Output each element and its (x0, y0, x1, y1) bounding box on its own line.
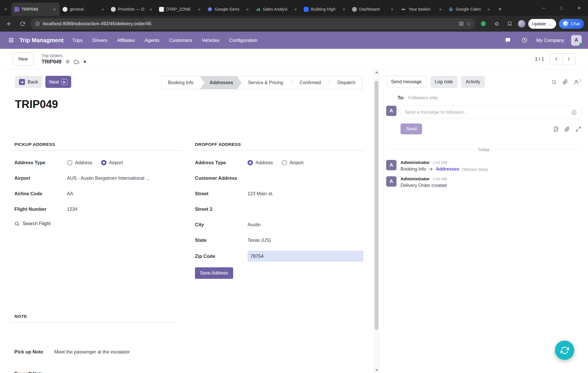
menu-item-affiliates[interactable]: Affiliates (117, 38, 135, 43)
tab-close-icon[interactable]: × (196, 6, 202, 12)
radio-option-address[interactable]: Address (247, 160, 273, 165)
window-minimize-button[interactable]: ─ (535, 0, 552, 16)
tab-close-icon[interactable]: × (245, 6, 250, 12)
browser-tab-general[interactable]: general × (60, 3, 108, 16)
menu-item-configuration[interactable]: Configuration (229, 38, 257, 43)
attach-file-icon[interactable] (564, 126, 570, 132)
browser-tab-trip049[interactable]: TRIP049 × (11, 3, 60, 16)
pager-previous-button[interactable] (550, 53, 563, 65)
composer-input-box[interactable] (401, 106, 581, 119)
radio-selected-icon[interactable] (101, 160, 107, 165)
emoji-icon[interactable] (571, 110, 577, 115)
wizard-back-button[interactable]: ◀ Back (15, 76, 42, 88)
city-field[interactable]: Austin (247, 222, 261, 227)
extension-icon-green[interactable] (478, 19, 489, 29)
radio-option-airport[interactable]: Airport (282, 160, 304, 165)
radio-option-airport[interactable]: Airport (101, 160, 123, 165)
form-scrollbar[interactable] (374, 69, 379, 373)
menu-item-customers[interactable]: Customers (169, 38, 192, 43)
browser-tab-dashboard[interactable]: Dashboard × (349, 3, 397, 16)
record-settings-gear-icon[interactable]: ⚙ (65, 59, 70, 65)
composer-input[interactable] (405, 110, 568, 115)
tab-close-icon[interactable]: × (341, 6, 347, 12)
address-bar[interactable]: localhost:8069/odoo/action-492/45/delive… (30, 18, 475, 29)
tab-search-button[interactable] (0, 3, 11, 16)
log-note-button[interactable]: Log note (430, 76, 457, 88)
split-screen-icon[interactable] (459, 21, 464, 26)
menu-item-agents[interactable]: Agents (145, 38, 159, 43)
tab-close-icon[interactable]: × (293, 6, 299, 12)
favorite-star-icon[interactable]: ☆ (467, 21, 471, 27)
send-button[interactable]: Send (401, 123, 422, 134)
copilot-chat-button[interactable]: Chat (559, 19, 584, 29)
tab-close-icon[interactable]: × (438, 6, 443, 12)
use-template-icon[interactable] (553, 126, 559, 132)
discard-icon[interactable]: × (83, 59, 86, 65)
step-dispatch[interactable]: Dispatch (331, 76, 361, 89)
flight-number-field[interactable]: 1234 (67, 206, 78, 212)
tab-close-icon[interactable]: × (389, 6, 395, 12)
back-button[interactable] (4, 19, 14, 29)
followers-button[interactable]: 1 (574, 79, 581, 85)
new-button[interactable]: New (13, 53, 34, 65)
pager-next-button[interactable] (562, 53, 575, 65)
browser-tab-tripzone[interactable]: [TRIP_ZONE × (156, 3, 204, 16)
scrollbar-thumb[interactable] (375, 81, 378, 330)
tab-close-icon[interactable]: × (148, 6, 154, 12)
apps-menu-button[interactable] (6, 35, 16, 45)
refresh-button[interactable] (17, 19, 28, 29)
expand-composer-icon[interactable] (576, 126, 581, 132)
favorites-bar-icon[interactable] (505, 19, 515, 29)
radio-unselected-icon[interactable] (67, 160, 72, 165)
step-addresses[interactable]: Addresses (200, 76, 242, 89)
save-address-button[interactable]: Save Address (195, 267, 233, 279)
radio-option-address[interactable]: Address (67, 160, 92, 165)
browser-tab-sales-analysis[interactable]: Sales Analysi × (253, 3, 301, 16)
unsaved-cloud-icon[interactable] (74, 59, 79, 65)
site-info-icon[interactable] (35, 21, 40, 26)
company-name[interactable]: My Company (536, 38, 564, 43)
radio-selected-icon[interactable] (247, 160, 253, 165)
menu-item-trips[interactable]: Trips (72, 38, 82, 43)
new-tab-button[interactable]: + (495, 4, 505, 14)
attachments-icon[interactable] (562, 79, 568, 85)
floating-sync-widget-button[interactable] (555, 341, 574, 360)
extensions-puzzle-icon[interactable] (492, 19, 502, 29)
step-booking-info[interactable]: Booking Info (162, 76, 200, 89)
state-field[interactable]: Texas (US) (247, 237, 271, 243)
browser-tab-gemini[interactable]: Google Gemi × (204, 3, 253, 16)
browser-tab-calendar[interactable]: Google Calen × (446, 3, 494, 16)
browser-tab-booking[interactable]: Cal Your bookin × (397, 3, 446, 16)
pickup-note-field[interactable]: Meet the passenger at the escalator (54, 349, 130, 355)
send-message-button[interactable]: Send message (386, 76, 427, 88)
zip-code-input[interactable] (247, 251, 363, 262)
menu-item-vehicles[interactable]: Vehicles (202, 38, 219, 43)
browser-tab-building[interactable]: Building High × (301, 3, 349, 16)
tab-close-icon[interactable]: × (100, 6, 106, 12)
step-confirmed[interactable]: Confirmed (293, 76, 327, 89)
browser-update-button[interactable]: Update … (528, 19, 556, 29)
airline-code-field[interactable]: AA (67, 191, 73, 196)
browser-profile-avatar[interactable] (518, 20, 525, 28)
scroll-down-arrow[interactable] (375, 369, 378, 371)
user-avatar[interactable]: A (571, 35, 582, 46)
wizard-next-button[interactable]: Next ▶ (45, 76, 71, 88)
search-flight-button[interactable]: Search Flight (14, 221, 183, 226)
breadcrumb-parent[interactable]: Trip Orders (42, 53, 86, 58)
airport-field[interactable]: AUS - Austin Bergstrom International ... (67, 175, 150, 181)
window-maximize-button[interactable]: □ (552, 0, 570, 16)
activity-button[interactable]: Activity (461, 76, 485, 88)
step-service-pricing[interactable]: Service & Pricing (242, 76, 289, 89)
messages-icon[interactable] (503, 35, 513, 45)
app-title[interactable]: Trip Managment (20, 37, 63, 44)
tab-close-icon[interactable]: × (486, 6, 492, 12)
radio-unselected-icon[interactable] (282, 160, 287, 165)
browser-tab-pricelists[interactable]: Pricelists — O × (108, 3, 156, 16)
window-close-button[interactable]: × (570, 0, 588, 16)
tab-close-icon[interactable]: × (52, 6, 57, 12)
menu-item-drivers[interactable]: Drivers (92, 38, 107, 43)
scroll-up-arrow[interactable] (375, 71, 378, 73)
street-field[interactable]: 123 Main st, (247, 191, 273, 196)
activities-clock-icon[interactable] (520, 35, 529, 45)
tracking-new-value-link[interactable]: Addresses (436, 167, 459, 172)
